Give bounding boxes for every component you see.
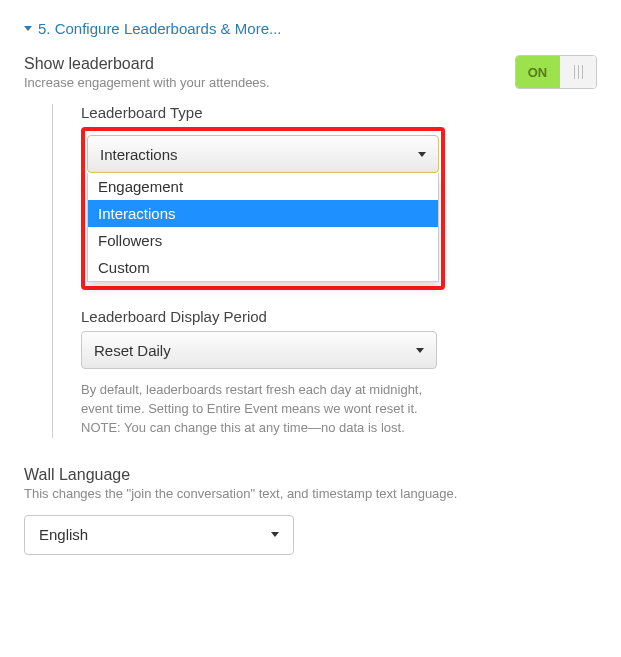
show-leaderboard-subtitle: Increase engagement with your attendees. [24,75,270,90]
wall-language-selected: English [39,526,88,543]
leaderboard-type-dropdown: Engagement Interactions Followers Custom [87,173,439,282]
toggle-on-label: ON [516,56,560,88]
show-leaderboard-toggle[interactable]: ON [515,55,597,89]
leaderboard-type-select[interactable]: Interactions [87,135,439,173]
wall-language-subtitle: This changes the "join the conversation"… [24,486,597,501]
display-period-selected: Reset Daily [94,342,171,359]
show-leaderboard-title: Show leaderboard [24,55,270,73]
display-period-label: Leaderboard Display Period [81,308,597,325]
chevron-down-icon [271,532,279,537]
leaderboard-type-option-interactions[interactable]: Interactions [88,200,438,227]
leaderboard-type-option-engagement[interactable]: Engagement [88,173,438,200]
wall-language-title: Wall Language [24,466,597,484]
section-title: 5. Configure Leaderboards & More... [38,20,281,37]
leaderboard-type-option-followers[interactable]: Followers [88,227,438,254]
toggle-off-handle [560,56,596,88]
leaderboard-type-highlight: Interactions Engagement Interactions Fol… [81,127,445,290]
leaderboard-type-label: Leaderboard Type [81,104,597,121]
wall-language-select[interactable]: English [24,515,294,555]
display-period-select[interactable]: Reset Daily [81,331,437,369]
section-header-configure-leaderboards[interactable]: 5. Configure Leaderboards & More... [24,20,597,37]
leaderboard-type-option-custom[interactable]: Custom [88,254,438,281]
chevron-down-icon [418,152,426,157]
chevron-down-icon [416,348,424,353]
display-period-help: By default, leaderboards restart fresh e… [81,381,441,438]
leaderboard-type-selected: Interactions [100,146,178,163]
caret-down-icon [24,26,32,31]
